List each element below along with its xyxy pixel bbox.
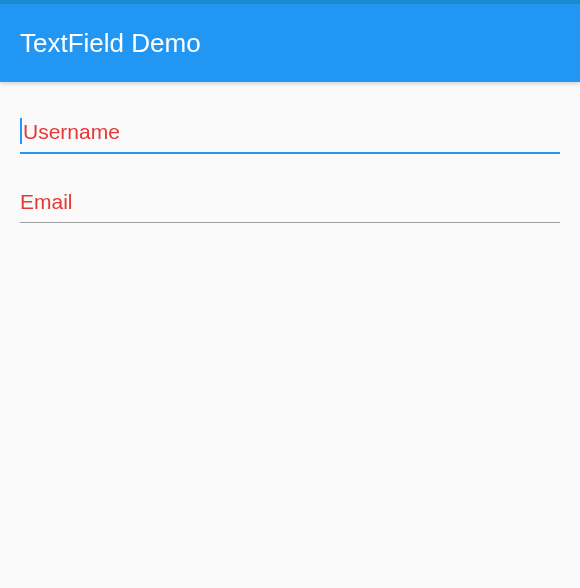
app-bar: TextField Demo <box>0 4 580 82</box>
username-field-container <box>20 112 560 154</box>
content-area <box>0 82 580 271</box>
username-input[interactable] <box>20 112 560 152</box>
email-input[interactable] <box>20 182 560 222</box>
app-title: TextField Demo <box>20 28 201 59</box>
text-cursor <box>20 118 22 144</box>
email-field-container <box>20 182 560 223</box>
